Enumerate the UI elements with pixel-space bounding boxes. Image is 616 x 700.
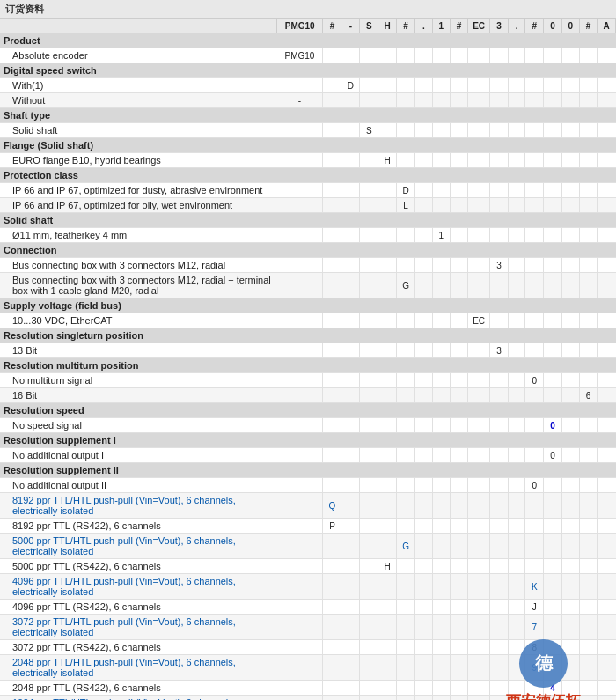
code-col-3 bbox=[360, 493, 378, 519]
code-col-4 bbox=[378, 373, 397, 388]
row-label: Without bbox=[0, 93, 276, 108]
code-col-10: 3 bbox=[490, 258, 509, 273]
code-col-15 bbox=[579, 258, 598, 273]
code-col-7 bbox=[432, 574, 451, 600]
code-col-13 bbox=[544, 78, 562, 93]
code-col-15 bbox=[579, 418, 598, 433]
code-col-15 bbox=[579, 153, 598, 168]
section-label: Protection class bbox=[0, 168, 616, 183]
code-col-15 bbox=[579, 93, 598, 108]
code-col-8 bbox=[451, 228, 468, 243]
code-col-6 bbox=[415, 48, 433, 63]
code-col-7 bbox=[432, 123, 451, 138]
code-col-5 bbox=[397, 258, 415, 273]
row-label: 8192 ppr TTL (RS422), 6 channels bbox=[0, 519, 276, 534]
section-header-row: Flange (Solid shaft) bbox=[0, 138, 616, 153]
code-col-4 bbox=[378, 493, 397, 519]
code-col-7 bbox=[432, 183, 451, 198]
code-col-6 bbox=[415, 493, 433, 519]
code-col-11 bbox=[508, 273, 525, 298]
code-col-9 bbox=[467, 78, 489, 93]
code-col-16 bbox=[598, 183, 616, 198]
code-col-9 bbox=[467, 48, 489, 63]
code-col-3 bbox=[360, 478, 378, 493]
code-col-7 bbox=[432, 273, 451, 298]
code-col-6 bbox=[415, 448, 433, 463]
code-col-7 bbox=[432, 343, 451, 358]
code-col-13 bbox=[544, 48, 562, 63]
row-label: Absolute encoder bbox=[0, 48, 276, 63]
code-col-3 bbox=[360, 448, 378, 463]
code-col-11 bbox=[508, 123, 525, 138]
code-col-6 bbox=[415, 313, 433, 328]
row-value bbox=[276, 183, 323, 198]
code-col-8 bbox=[451, 559, 468, 574]
code-col-13 bbox=[544, 493, 562, 519]
code-col-9 bbox=[467, 153, 489, 168]
code-col-14 bbox=[561, 183, 579, 198]
code-col-7 bbox=[432, 493, 451, 519]
code-col-4 bbox=[378, 78, 397, 93]
code-col-1 bbox=[323, 123, 341, 138]
code-col-16 bbox=[598, 534, 616, 559]
code-col-3 bbox=[360, 78, 378, 93]
row-value bbox=[276, 448, 323, 463]
code-col-16 bbox=[598, 258, 616, 273]
code-col-14 bbox=[561, 273, 579, 298]
code-col-12 bbox=[525, 559, 544, 574]
code-col-8 bbox=[451, 615, 468, 640]
table-row: 5000 ppr TTL/HTL push-pull (Vin=Vout), 6… bbox=[0, 534, 616, 559]
code-col-12: 0 bbox=[525, 373, 544, 388]
header-hash1: # bbox=[323, 19, 341, 33]
code-col-15 bbox=[579, 48, 598, 63]
code-col-5 bbox=[397, 478, 415, 493]
code-col-10 bbox=[490, 418, 509, 433]
code-col-6 bbox=[415, 418, 433, 433]
code-col-1 bbox=[323, 183, 341, 198]
code-col-5: L bbox=[397, 198, 415, 213]
code-col-14 bbox=[561, 78, 579, 93]
code-col-2 bbox=[341, 696, 360, 701]
row-value bbox=[276, 258, 323, 273]
code-col-15: 6 bbox=[579, 388, 598, 403]
code-col-2 bbox=[341, 198, 360, 213]
code-col-16 bbox=[598, 123, 616, 138]
code-col-5 bbox=[397, 655, 415, 681]
code-col-5 bbox=[397, 600, 415, 615]
code-col-15 bbox=[579, 493, 598, 519]
code-col-12 bbox=[525, 93, 544, 108]
code-col-7 bbox=[432, 448, 451, 463]
code-col-9 bbox=[467, 519, 489, 534]
code-col-1 bbox=[323, 198, 341, 213]
code-col-12 bbox=[525, 273, 544, 298]
code-col-3 bbox=[360, 559, 378, 574]
table-row: No additional output I0 bbox=[0, 448, 616, 463]
row-value bbox=[276, 640, 323, 655]
section-label: Resolution singleturn position bbox=[0, 328, 616, 343]
code-col-6 bbox=[415, 373, 433, 388]
code-col-10 bbox=[490, 493, 509, 519]
code-col-2 bbox=[341, 448, 360, 463]
row-value bbox=[276, 493, 323, 519]
code-col-7 bbox=[432, 373, 451, 388]
code-col-1 bbox=[323, 93, 341, 108]
table-row: 13 Bit3 bbox=[0, 343, 616, 358]
code-col-6 bbox=[415, 183, 433, 198]
code-col-4 bbox=[378, 343, 397, 358]
code-col-12 bbox=[525, 123, 544, 138]
code-col-16 bbox=[598, 343, 616, 358]
code-col-6 bbox=[415, 93, 433, 108]
header-pmg10: PMG10 bbox=[276, 19, 323, 33]
code-col-2 bbox=[341, 343, 360, 358]
code-col-14 bbox=[561, 600, 579, 615]
section-header-row: Resolution multiturn position bbox=[0, 358, 616, 373]
row-value bbox=[276, 228, 323, 243]
code-col-12 bbox=[525, 48, 544, 63]
code-col-6 bbox=[415, 273, 433, 298]
code-col-8 bbox=[451, 313, 468, 328]
code-col-8 bbox=[451, 640, 468, 655]
row-label: Ø11 mm, featherkey 4 mm bbox=[0, 228, 276, 243]
code-col-7 bbox=[432, 78, 451, 93]
table-row: IP 66 and IP 67, optimized for dusty, ab… bbox=[0, 183, 616, 198]
code-col-1 bbox=[323, 343, 341, 358]
